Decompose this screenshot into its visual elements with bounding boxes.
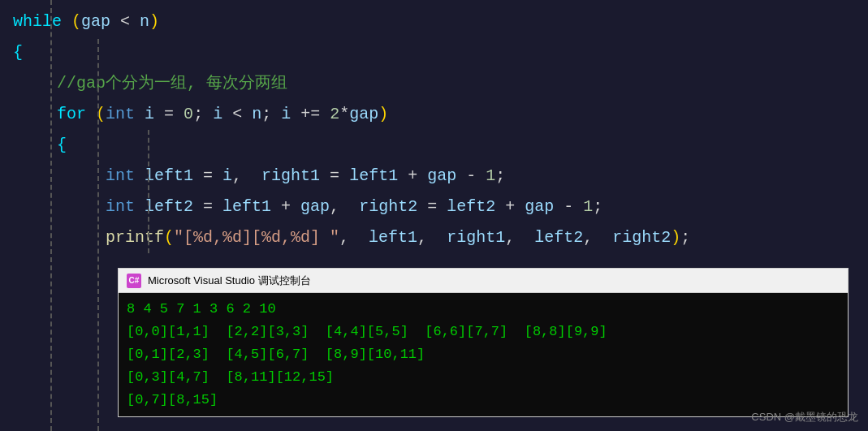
debug-title-bar: C# Microsoft Visual Studio 调试控制台 (119, 269, 848, 293)
vs-icon: C# (127, 274, 141, 288)
keyword-while: while (13, 6, 62, 37)
debug-line-2: [0,0][1,1] [2,2][3,3] [4,4][5,5] [6,6][7… (127, 321, 840, 343)
indent-guide-1 (50, 0, 52, 431)
debug-console: C# Microsoft Visual Studio 调试控制台 8 4 5 7… (118, 268, 849, 417)
watermark: CSDN @戴墨镜的恐龙 (751, 410, 858, 425)
code-line-8: printf ( "[%d,%d][%d,%d] " , left1 , rig… (0, 222, 868, 253)
debug-line-4: [0,3][4,7] [8,11][12,15] (127, 366, 840, 389)
debug-line-5: [0,7][8,15] (127, 389, 840, 412)
code-line-5: { (0, 130, 868, 161)
debug-title-text: Microsoft Visual Studio 调试控制台 (148, 274, 311, 288)
code-editor: while ( gap < n ) { //gap个分为一组, 每次分两组 fo… (0, 0, 868, 431)
code-line-1: while ( gap < n ) (0, 6, 868, 37)
keyword-for: for (57, 99, 86, 130)
indent-guide-2 (97, 39, 99, 431)
comment-text: //gap个分为一组, 每次分两组 (57, 68, 287, 99)
code-line-7: int left2 = left1 + gap , right2 = left2… (0, 192, 868, 222)
indent-guide-3 (148, 130, 149, 253)
code-line-4: for ( int i = 0 ; i < n ; i += 2 * gap ) (0, 99, 868, 130)
code-line-3: //gap个分为一组, 每次分两组 (0, 68, 868, 99)
code-line-2: { (0, 37, 868, 68)
debug-output: 8 4 5 7 1 3 6 2 10 [0,0][1,1] [2,2][3,3]… (119, 293, 848, 416)
code-line-6: int left1 = i , right1 = left1 + gap - 1… (0, 161, 868, 192)
debug-line-1: 8 4 5 7 1 3 6 2 10 (127, 298, 840, 321)
debug-line-3: [0,1][2,3] [4,5][6,7] [8,9][10,11] (127, 343, 840, 366)
